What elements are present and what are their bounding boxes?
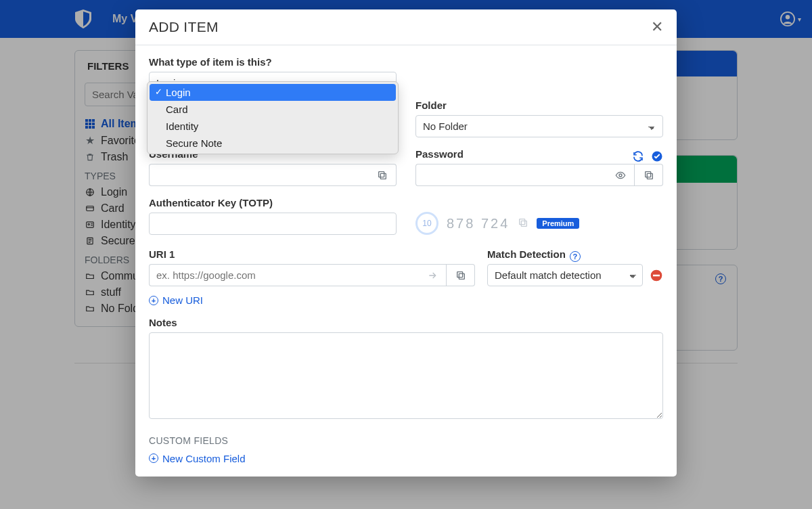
- copy-username-button[interactable]: [368, 164, 397, 186]
- new-custom-field-button[interactable]: + New Custom Field: [149, 453, 246, 464]
- notes-textarea[interactable]: [149, 332, 663, 419]
- plus-circle-icon: +: [149, 296, 158, 305]
- close-icon[interactable]: ✕: [651, 20, 663, 35]
- totp-input[interactable]: [149, 213, 397, 235]
- username-input[interactable]: [149, 164, 368, 186]
- svg-rect-15: [459, 273, 464, 279]
- toggle-password-icon[interactable]: [606, 164, 635, 186]
- uri-input[interactable]: [149, 264, 418, 286]
- item-type-option-card[interactable]: Card: [150, 101, 396, 118]
- help-icon[interactable]: ?: [570, 251, 581, 262]
- custom-fields-header: CUSTOM FIELDS: [149, 435, 663, 446]
- item-type-option-identity[interactable]: Identity: [150, 118, 396, 135]
- svg-rect-13: [522, 221, 527, 226]
- svg-rect-18: [653, 274, 660, 276]
- new-uri-button[interactable]: + New URI: [149, 294, 203, 306]
- item-type-option-login[interactable]: Login: [150, 84, 396, 101]
- svg-rect-8: [378, 171, 384, 177]
- password-input[interactable]: [415, 164, 606, 186]
- item-type-label: What type of item is this?: [149, 56, 397, 68]
- match-label: Match Detection: [487, 248, 566, 260]
- plus-circle-icon: +: [149, 453, 158, 463]
- notes-label: Notes: [149, 317, 663, 328]
- regenerate-password-icon[interactable]: [632, 150, 644, 162]
- svg-rect-7: [380, 173, 386, 179]
- copy-password-button[interactable]: [635, 164, 663, 186]
- match-detection-select[interactable]: Default match detection: [487, 264, 643, 286]
- check-password-icon[interactable]: [651, 150, 663, 162]
- folder-select[interactable]: No Folder: [415, 115, 663, 137]
- item-type-option-secure-note[interactable]: Secure Note: [150, 135, 396, 152]
- item-type-dropdown: Login Card Identity Secure Note: [147, 81, 399, 154]
- svg-rect-11: [647, 173, 652, 179]
- modal-title: ADD ITEM: [149, 19, 219, 35]
- folder-label: Folder: [415, 99, 663, 111]
- svg-rect-14: [520, 219, 525, 224]
- copy-totp-icon[interactable]: [518, 216, 528, 231]
- totp-label: Authenticator Key (TOTP): [149, 197, 397, 208]
- launch-uri-icon[interactable]: [418, 264, 447, 286]
- totp-code: 878 724: [447, 216, 510, 231]
- svg-rect-16: [457, 271, 462, 277]
- svg-point-10: [619, 174, 622, 177]
- copy-uri-icon[interactable]: [447, 264, 475, 286]
- totp-timer-icon: 10: [415, 212, 438, 235]
- premium-badge: Premium: [537, 218, 579, 229]
- svg-rect-12: [645, 171, 650, 177]
- password-label: Password: [415, 148, 464, 160]
- uri-label: URI 1: [149, 248, 475, 260]
- remove-uri-icon[interactable]: [650, 269, 663, 282]
- add-item-modal: ADD ITEM ✕ What type of item is this? Lo…: [135, 9, 677, 477]
